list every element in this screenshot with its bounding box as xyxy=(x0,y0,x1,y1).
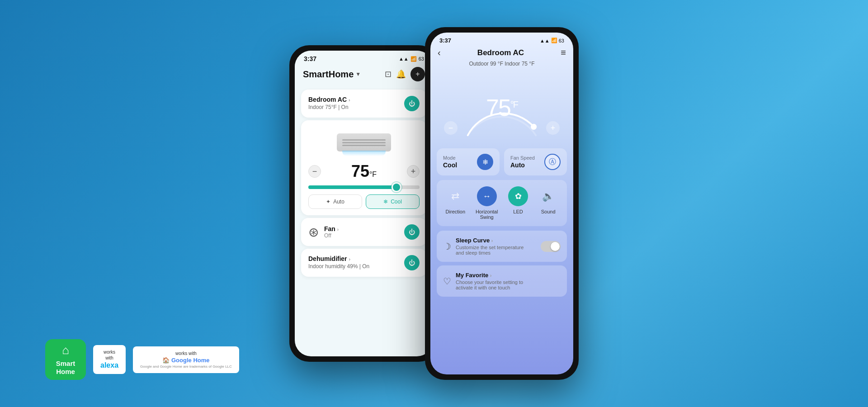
bedroom-ac-power-button[interactable]: ⏻ xyxy=(404,96,420,111)
my-favorite-info: My Favorite › Choose your favorite setti… xyxy=(456,272,528,290)
bottom-logos: ⌂ SmartHome works with alexa works with … xyxy=(45,339,239,380)
dial-thumb xyxy=(531,124,537,130)
horizontal-swing-label: HorizontalSwing xyxy=(476,209,498,220)
dial-temp-display: 75°F xyxy=(486,96,518,119)
temp-decrease-button[interactable]: − xyxy=(308,165,321,178)
phone2-status-bar: 3:37 ▲▲ 📶 63 xyxy=(430,33,573,46)
led-button[interactable]: ✿ LED xyxy=(508,186,528,220)
phone1-bell-icon[interactable]: 🔔 xyxy=(396,69,406,79)
phone1-status-bar: 3:37 ▲▲ 📶 63 xyxy=(295,51,433,64)
dehumidifier-power-button[interactable]: ⏻ xyxy=(404,255,420,270)
ac-line-2 xyxy=(342,142,386,143)
mode-card-left: Mode Cool xyxy=(443,155,457,169)
auto-mode-button[interactable]: ✦ Auto xyxy=(308,194,362,209)
fan-speed-card[interactable]: Fan Speed Auto Ⓐ xyxy=(504,148,567,175)
ac-image xyxy=(308,127,420,158)
phone-2: 3:37 ▲▲ 📶 63 ‹ Bedroom AC ≡ Outdoor 99 °… xyxy=(425,27,579,380)
alexa-brand-text: alexa xyxy=(100,361,118,369)
phone1-wifi-icon: 📶 xyxy=(410,56,417,62)
fan-speed-value: Auto xyxy=(510,161,535,169)
temperature-slider[interactable] xyxy=(308,185,420,189)
my-favorite-row[interactable]: ♡ My Favorite › Choose your favorite set… xyxy=(437,265,567,297)
ac-line-1 xyxy=(342,139,386,141)
direction-button[interactable]: ⇄ Direction xyxy=(445,186,465,220)
dehumidifier-info: Dehumidifier › Indoor humidity 49% | On xyxy=(308,255,369,270)
phone2-battery: 63 xyxy=(559,38,564,43)
phone1-add-icon: + xyxy=(415,70,420,78)
sleep-curve-left: ☽ Sleep Curve › Customize the set temper… xyxy=(443,237,528,256)
phone2-menu-button[interactable]: ≡ xyxy=(561,47,566,58)
fan-status: Off xyxy=(324,232,339,239)
phone2-title: Bedroom AC xyxy=(477,48,524,57)
fan-info: Fan › Off xyxy=(324,225,339,239)
outdoor-indoor-info: Outdoor 99 °F Indoor 75 °F xyxy=(430,61,573,67)
phone1-signal-icon: ▲▲ xyxy=(399,56,409,62)
alexa-with-text: with xyxy=(105,355,113,360)
horizontal-swing-icon: ↔ xyxy=(477,186,497,206)
phone1-scan-icon[interactable]: ⊡ xyxy=(385,69,392,79)
ac-control-card: − 75°F + ✦ Auto xyxy=(301,120,427,215)
power-icon: ⏻ xyxy=(409,100,415,107)
cool-icon: ❄ xyxy=(383,199,388,205)
phone1-add-button[interactable]: + xyxy=(410,67,425,81)
fan-name-arrow: › xyxy=(337,227,339,232)
phone1-title-chevron[interactable]: ▼ xyxy=(355,71,361,77)
temp-increase-button[interactable]: + xyxy=(407,165,420,178)
dial-temp-value: 75°F xyxy=(486,96,518,119)
google-trademark-text: Google and Google Home are trademarks of… xyxy=(140,364,232,369)
phone1-status-icons: ▲▲ 📶 63 xyxy=(399,56,424,62)
ac-temperature-display: 75°F xyxy=(351,162,377,181)
temp-slider-fill xyxy=(308,185,397,189)
my-favorite-icon: ♡ xyxy=(443,276,451,287)
temp-slider-thumb xyxy=(393,184,400,191)
sound-button[interactable]: 🔈 Sound xyxy=(538,186,558,220)
ac-line-3 xyxy=(342,145,386,146)
fan-power-icon: ⏻ xyxy=(409,228,415,236)
fan-power-button[interactable]: ⏻ xyxy=(404,224,420,240)
fan-speed-label: Fan Speed xyxy=(510,155,535,161)
phone1-title-text: SmartHome xyxy=(303,69,354,80)
google-home-badge: works with 🏠 Google Home Google and Goog… xyxy=(133,346,239,373)
bedroom-ac-info: Bedroom AC › Indoor 75°F | On xyxy=(308,96,350,110)
horizontal-swing-button[interactable]: ↔ HorizontalSwing xyxy=(476,186,498,220)
led-label: LED xyxy=(513,209,523,214)
cool-mode-button[interactable]: ❄ Cool xyxy=(366,194,420,209)
sleep-curve-row[interactable]: ☽ Sleep Curve › Customize the set temper… xyxy=(437,231,567,262)
bedroom-ac-status: Indoor 75°F | On xyxy=(308,104,350,110)
my-favorite-desc: Choose your favorite setting to activate… xyxy=(456,279,528,290)
dial-temp-unit: °F xyxy=(510,99,518,109)
sleep-curve-desc: Customize the set temperature and sleep … xyxy=(456,245,528,256)
fan-icon: ⊛ xyxy=(308,225,319,240)
fan-name: Fan › xyxy=(324,225,339,232)
my-favorite-arrow: › xyxy=(490,273,491,278)
smarthome-logo-text: SmartHome xyxy=(56,360,75,376)
dial-minus-button[interactable]: − xyxy=(444,121,458,135)
led-icon: ✿ xyxy=(508,186,528,206)
phone-1-screen: 3:37 ▲▲ 📶 63 SmartHome ▼ ⊡ 🔔 xyxy=(295,51,433,356)
mode-card[interactable]: Mode Cool ❄ xyxy=(437,148,500,175)
mode-row: ✦ Auto ❄ Cool xyxy=(308,194,420,209)
phone1-header: SmartHome ▼ ⊡ 🔔 + xyxy=(295,64,433,87)
house-icon: ⌂ xyxy=(62,343,69,357)
phone2-back-button[interactable]: ‹ xyxy=(438,47,441,58)
sound-label: Sound xyxy=(541,209,556,214)
phones-container: 3:37 ▲▲ 📶 63 SmartHome ▼ ⊡ 🔔 xyxy=(289,27,579,380)
dehumidifier-card[interactable]: Dehumidifier › Indoor humidity 49% | On … xyxy=(301,249,427,277)
fan-left: ⊛ Fan › Off xyxy=(308,225,339,240)
ac-unit-graphic xyxy=(337,133,391,151)
dial-plus-button[interactable]: + xyxy=(546,121,560,135)
sleep-curve-info: Sleep Curve › Customize the set temperat… xyxy=(456,237,528,256)
mode-fan-row: Mode Cool ❄ Fan Speed Auto Ⓐ xyxy=(437,148,567,175)
sleep-curve-toggle[interactable] xyxy=(541,241,561,252)
bedroom-ac-card[interactable]: Bedroom AC › Indoor 75°F | On ⏻ xyxy=(301,90,427,118)
fan-speed-icon: Ⓐ xyxy=(544,154,561,170)
phone2-signal-icon: ▲▲ xyxy=(540,38,550,43)
my-favorite-left: ♡ My Favorite › Choose your favorite set… xyxy=(443,272,528,290)
mode-card-label: Mode xyxy=(443,155,457,161)
phone1-app-title: SmartHome ▼ xyxy=(303,69,361,80)
fan-card[interactable]: ⊛ Fan › Off ⏻ xyxy=(301,218,427,246)
google-brand-text: 🏠 Google Home xyxy=(162,357,209,364)
alexa-badge: works with alexa xyxy=(93,345,126,374)
action-buttons-row: ⇄ Direction ↔ HorizontalSwing ✿ LED 🔈 So… xyxy=(437,180,567,226)
dehumidifier-status: Indoor humidity 49% | On xyxy=(308,263,369,270)
